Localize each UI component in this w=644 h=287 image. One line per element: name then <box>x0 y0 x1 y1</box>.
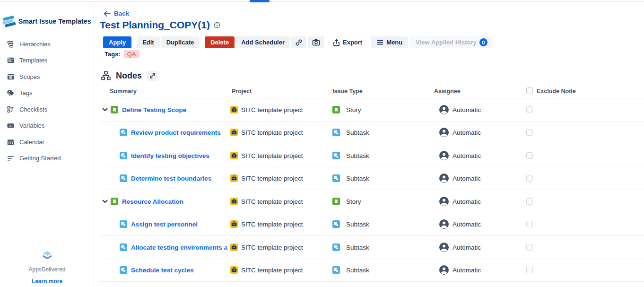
exclude-node-checkbox[interactable] <box>526 175 533 182</box>
edit-button[interactable]: Edit <box>137 36 160 48</box>
info-icon[interactable] <box>214 22 220 28</box>
summary-link[interactable]: Resource Allocation <box>122 198 183 205</box>
table-row: Schedule test cycles SITC template proje… <box>99 259 644 282</box>
exclude-node-checkbox[interactable] <box>526 221 533 227</box>
sidebar-item-variables[interactable]: (x) Variables <box>0 118 94 134</box>
sidebar-nav: Hierarchies Templates <box>0 36 94 166</box>
issue-type-label: Subtask <box>346 129 369 136</box>
hierarchy-nodes-icon <box>101 70 111 81</box>
project-label: SITC template project <box>241 106 303 113</box>
appsdelivered-label: AppsDelivered <box>0 266 94 273</box>
expand-icon <box>149 73 156 79</box>
issue-type-label: Story <box>346 198 361 205</box>
exclude-all-checkbox[interactable] <box>526 87 533 94</box>
assignee-label: Automatic <box>453 106 481 113</box>
top-scrollbar-thumb[interactable] <box>250 0 270 2</box>
table-row: Assign test personnel SITC template proj… <box>99 213 644 236</box>
table-row: Identify testing objectives SITC templat… <box>99 144 644 167</box>
export-icon <box>333 39 340 46</box>
issue-type-label: Subtask <box>346 152 369 159</box>
exclude-node-checkbox[interactable] <box>526 267 533 273</box>
expand-nodes-button[interactable] <box>147 71 158 81</box>
scopes-icon <box>7 73 15 81</box>
sidebar-item-scopes[interactable]: Scopes <box>0 69 94 85</box>
subtask-icon <box>332 129 340 136</box>
issue-type-icon <box>332 174 340 182</box>
hierarchies-icon <box>7 40 15 48</box>
summary-link[interactable]: Identify testing objectives <box>131 152 209 159</box>
menu-label: Menu <box>386 39 402 46</box>
project-avatar-icon <box>230 198 238 205</box>
subtask-icon <box>332 152 340 159</box>
templates-icon <box>7 56 15 64</box>
chevron-down-icon[interactable] <box>102 200 108 203</box>
add-scheduler-button[interactable]: Add Scheduler <box>235 36 290 48</box>
applied-history-count-badge: 0 <box>479 38 487 46</box>
story-icon <box>332 198 340 205</box>
table-row: Determine test boundaries SITC template … <box>99 167 644 191</box>
tag-chip[interactable]: QA <box>124 50 139 58</box>
menu-button[interactable]: Menu <box>371 36 408 48</box>
summary-issue-type-icon <box>120 266 127 274</box>
sidebar-item-calendar[interactable]: Calendar <box>0 134 94 150</box>
assignee-avatar <box>439 265 449 275</box>
summary-link[interactable]: Assign test personnel <box>131 221 198 228</box>
app-title: Smart Issue Templates <box>18 17 91 25</box>
column-header-project: Project <box>232 88 252 95</box>
nodes-section-header: Nodes <box>101 70 158 81</box>
exclude-node-checkbox[interactable] <box>526 152 533 159</box>
back-link[interactable]: Back <box>104 10 129 17</box>
page-title: Test Planning_COPY(1) <box>100 19 210 31</box>
sidebar-item-templates[interactable]: Templates <box>0 52 94 69</box>
camera-icon <box>312 39 320 46</box>
assignee-avatar <box>439 197 449 206</box>
issue-type-icon <box>332 244 340 251</box>
sidebar-item-label: Scopes <box>19 73 40 80</box>
summary-issue-type-icon <box>120 129 127 136</box>
learn-more-link[interactable]: Learn more <box>0 278 94 285</box>
subtask-icon <box>120 266 127 274</box>
exclude-node-checkbox[interactable] <box>526 198 533 205</box>
getting-started-icon <box>7 154 15 162</box>
duplicate-button[interactable]: Duplicate <box>161 36 200 48</box>
assignee-label: Automatic <box>453 221 481 228</box>
subtask-icon <box>120 174 127 182</box>
project-label: SITC template project <box>241 221 303 228</box>
column-header-exclude-node: Exclude Node <box>537 88 576 95</box>
hamburger-menu-icon <box>377 40 383 45</box>
screenshot-button[interactable] <box>308 36 324 48</box>
sidebar-item-checklists[interactable]: Checklists <box>0 101 94 118</box>
sidebar-item-hierarchies[interactable]: Hierarchies <box>0 36 94 52</box>
export-button[interactable]: Export <box>327 36 368 48</box>
summary-link[interactable]: Define Testing Scope <box>122 106 186 113</box>
view-applied-history-button[interactable]: View Applied History 0 <box>410 36 493 48</box>
assignee-label: Automatic <box>453 175 481 182</box>
delete-button[interactable]: Delete <box>205 36 235 48</box>
apply-button[interactable]: Apply <box>103 36 131 48</box>
chevron-down-icon[interactable] <box>102 108 108 112</box>
sidebar: Smart Issue Templates Hierarchies <box>0 2 94 287</box>
calendar-icon <box>7 138 15 146</box>
project-avatar-icon <box>230 106 238 113</box>
project-avatar-icon <box>230 244 238 251</box>
back-label: Back <box>114 10 129 17</box>
subtask-icon <box>120 220 127 228</box>
sidebar-item-tags[interactable]: Tags <box>0 85 94 102</box>
summary-issue-type-icon <box>120 220 127 228</box>
exclude-node-checkbox[interactable] <box>526 244 533 251</box>
story-icon <box>111 198 118 205</box>
assignee-avatar <box>439 174 449 183</box>
summary-issue-type-icon <box>111 106 118 113</box>
summary-link[interactable]: Schedule test cycles <box>131 267 194 274</box>
tags-label: Tags: <box>104 51 121 58</box>
summary-link[interactable]: Determine test boundaries <box>131 175 211 182</box>
summary-link[interactable]: Review product requirements <box>131 129 221 136</box>
summary-link[interactable]: Allocate testing environments a <box>131 244 227 251</box>
exclude-node-checkbox[interactable] <box>526 129 533 136</box>
app-logo: Smart Issue Templates <box>2 14 91 28</box>
tags-icon <box>7 89 15 97</box>
sidebar-item-getting-started[interactable]: Getting Started <box>0 150 94 167</box>
project-avatar-icon <box>230 174 238 182</box>
exclude-node-checkbox[interactable] <box>526 106 533 113</box>
copy-link-button[interactable] <box>291 36 306 48</box>
